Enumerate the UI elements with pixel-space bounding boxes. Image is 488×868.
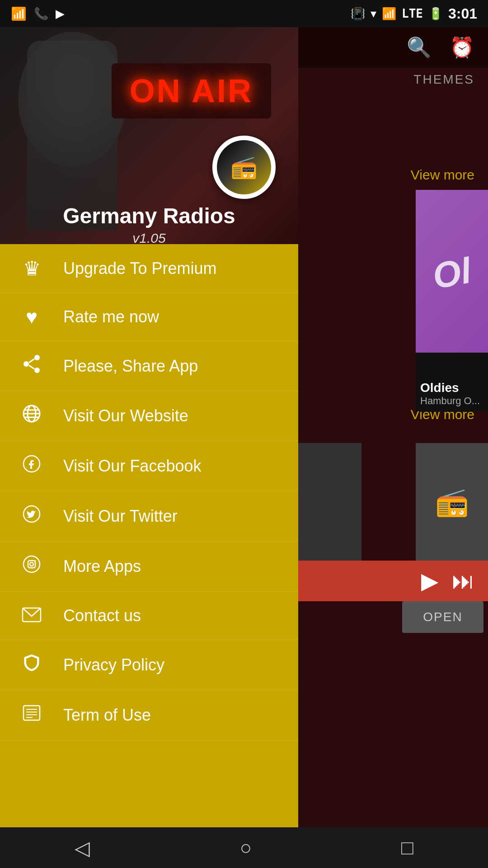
website-label: Visit Our Website: [63, 406, 188, 425]
signal-icon: 📶: [382, 7, 396, 21]
globe-icon: [18, 404, 45, 428]
menu-item-more-apps[interactable]: More Apps: [0, 542, 298, 592]
privacy-label: Privacy Policy: [63, 656, 164, 675]
svg-point-12: [23, 556, 40, 572]
facebook-label: Visit Our Facebook: [63, 457, 201, 476]
themes-label: THEMES: [289, 68, 488, 91]
vibrate-icon: 📳: [351, 7, 365, 21]
email-icon: [18, 604, 45, 627]
upgrade-label: Upgrade To Premium: [63, 259, 217, 278]
alarm-icon[interactable]: ⏰: [450, 36, 474, 59]
dark-thumbnail-2: 📻: [416, 443, 488, 561]
menu-item-rate[interactable]: ♥ Rate me now: [0, 293, 298, 341]
on-air-text: ON AIR: [130, 73, 253, 109]
menu-item-contact[interactable]: Contact us: [0, 592, 298, 640]
home-nav-icon[interactable]: ○: [239, 836, 252, 859]
svg-point-14: [30, 562, 33, 566]
rate-label: Rate me now: [63, 307, 159, 326]
radio-thumb-icon: 📻: [435, 486, 469, 518]
svg-point-15: [35, 561, 36, 562]
logo-radio-icon: 📻: [230, 155, 258, 180]
purple-thumbnail: Ol: [416, 190, 488, 357]
search-icon[interactable]: 🔍: [407, 36, 432, 59]
svg-line-4: [29, 365, 34, 369]
app-version: v1.05: [0, 231, 298, 246]
fast-forward-icon[interactable]: ⏭: [452, 568, 474, 594]
menu-item-privacy[interactable]: Privacy Policy: [0, 640, 298, 690]
list-icon: [18, 703, 45, 727]
twitter-label: Visit Our Twitter: [63, 507, 178, 526]
more-apps-label: More Apps: [63, 557, 141, 576]
status-bar: 📶 📞 ▶ 📳 ▾ 📶 LTE 🔋 3:01: [0, 0, 488, 27]
wifi-icon: ▾: [371, 7, 376, 21]
battery-icon: 🔋: [428, 7, 443, 21]
svg-point-2: [34, 368, 40, 373]
svg-point-1: [23, 361, 29, 367]
logo-inner: 📻: [217, 140, 271, 194]
recent-nav-icon[interactable]: □: [401, 836, 413, 859]
themes-section: THEMES: [289, 68, 488, 91]
phone-icon: 📞: [34, 7, 48, 21]
share-icon: [18, 354, 45, 378]
share-label: Please, Share App: [63, 357, 198, 376]
status-right-icons: 📳 ▾ 📶 LTE 🔋 3:01: [351, 5, 477, 22]
menu-item-share[interactable]: Please, Share App: [0, 341, 298, 391]
crown-icon: ♛: [18, 257, 45, 280]
open-button[interactable]: OPEN: [402, 601, 483, 633]
drawer-menu: ♛ Upgrade To Premium ♥ Rate me now Pleas…: [0, 244, 298, 827]
radio-signal-icon: 📶: [11, 6, 27, 21]
nav-bar: ◁ ○ □: [0, 827, 488, 868]
terms-label: Term of Use: [63, 706, 151, 725]
back-nav-icon[interactable]: ◁: [75, 836, 90, 859]
microphone-body: [27, 41, 117, 231]
lte-icon: LTE: [402, 7, 423, 20]
menu-item-terms[interactable]: Term of Use: [0, 690, 298, 741]
on-air-sign: ON AIR: [112, 63, 271, 118]
menu-item-website[interactable]: Visit Our Website: [0, 391, 298, 441]
svg-rect-17: [23, 706, 40, 720]
facebook-icon: [18, 454, 45, 478]
menu-item-twitter[interactable]: Visit Our Twitter: [0, 491, 298, 542]
svg-line-3: [29, 359, 34, 363]
view-more-1-link[interactable]: View more: [411, 167, 474, 183]
oldies-title: Oldies: [420, 381, 483, 395]
shield-icon: [18, 653, 45, 677]
svg-point-0: [34, 355, 40, 360]
play-icon[interactable]: ▶: [421, 568, 438, 594]
twitter-icon: [18, 504, 45, 528]
status-left-icons: 📶 📞 ▶: [11, 6, 65, 21]
heart-icon: ♥: [18, 306, 45, 328]
play-store-icon: ▶: [56, 7, 65, 21]
instagram-icon: [18, 554, 45, 579]
app-logo: 📻: [212, 136, 276, 199]
oldies-subtitle: Hamburg O...: [420, 395, 483, 407]
top-bar: 🔍 ⏰: [289, 27, 488, 68]
oldies-block[interactable]: Oldies Hamburg O...: [416, 353, 488, 411]
menu-item-facebook[interactable]: Visit Our Facebook: [0, 441, 298, 491]
player-bar: ▶ ⏭: [289, 561, 488, 601]
svg-rect-13: [28, 561, 35, 568]
status-time: 3:01: [448, 5, 477, 22]
app-name: Germany Radios: [0, 203, 298, 228]
contact-label: Contact us: [63, 606, 141, 625]
purple-thumbnail-text: Ol: [429, 250, 474, 297]
menu-item-upgrade[interactable]: ♛ Upgrade To Premium: [0, 244, 298, 293]
dark-thumbnail-1: [298, 443, 361, 561]
